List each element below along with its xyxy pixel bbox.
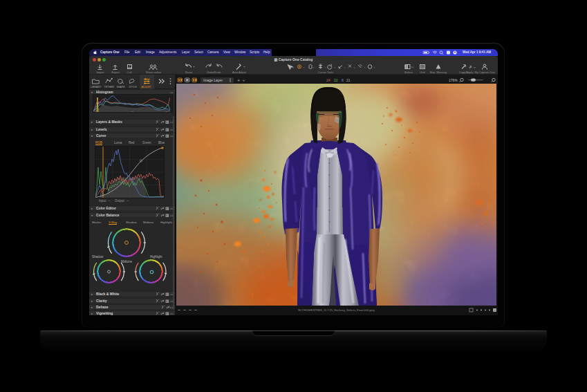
svg-text:Cursor Tools: Cursor Tools xyxy=(318,71,333,74)
svg-text:255: 255 xyxy=(165,111,169,113)
svg-text:Reset: Reset xyxy=(185,71,193,74)
svg-text:128: 128 xyxy=(131,111,134,113)
svg-text:Before: Before xyxy=(404,71,413,74)
svg-text:Exp. Warning: Exp. Warning xyxy=(430,71,447,74)
svg-text:+: + xyxy=(237,78,240,83)
svg-text:8: 8 xyxy=(342,78,344,82)
svg-text:Grid: Grid xyxy=(420,71,425,74)
svg-text:Undo/Redo: Undo/Redo xyxy=(207,71,221,74)
svg-text:Import: Import xyxy=(96,71,104,74)
svg-text:Export: Export xyxy=(111,71,120,74)
svg-text:Cull: Cull xyxy=(127,71,132,74)
svg-text:24: 24 xyxy=(326,78,330,82)
svg-text:Image Layer: Image Layer xyxy=(203,78,223,82)
svg-text:22: 22 xyxy=(334,78,338,82)
svg-text:176%: 176% xyxy=(449,78,458,82)
svg-text:Copy/Apply: Copy/Apply xyxy=(459,71,473,74)
svg-text:Auto Adjust: Auto Adjust xyxy=(232,71,247,74)
svg-text:Share online: Share online xyxy=(146,71,162,74)
svg-text:21: 21 xyxy=(346,78,351,82)
svg-text:My Capture One: My Capture One xyxy=(474,71,495,74)
